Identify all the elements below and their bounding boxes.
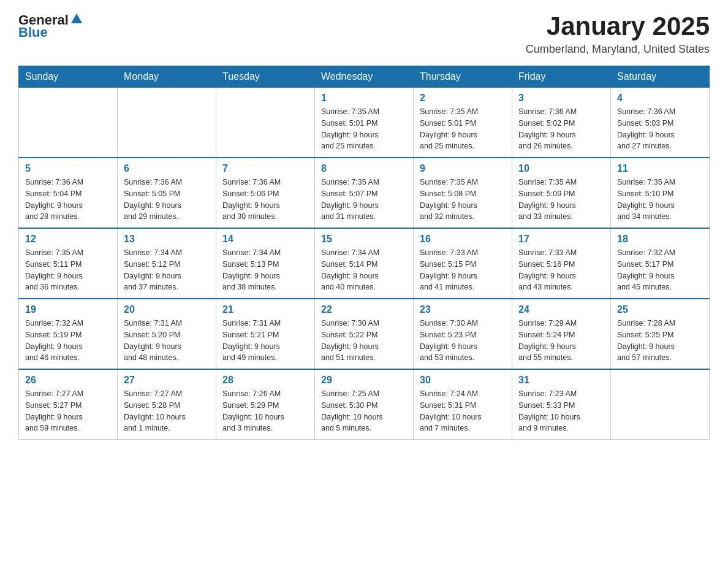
day-number: 19 (25, 304, 111, 315)
calendar-cell: 21Sunrise: 7:31 AMSunset: 5:21 PMDayligh… (216, 299, 315, 369)
calendar-cell: 12Sunrise: 7:35 AMSunset: 5:11 PMDayligh… (19, 228, 118, 299)
day-of-week-header: Monday (118, 66, 216, 88)
day-info: Sunrise: 7:36 AMSunset: 5:06 PMDaylight:… (222, 177, 308, 223)
day-number: 15 (321, 234, 407, 245)
day-info: Sunrise: 7:30 AMSunset: 5:23 PMDaylight:… (420, 318, 506, 364)
calendar-cell: 29Sunrise: 7:25 AMSunset: 5:30 PMDayligh… (315, 369, 414, 440)
day-of-week-header: Tuesday (216, 66, 315, 88)
day-info: Sunrise: 7:26 AMSunset: 5:29 PMDaylight:… (222, 388, 308, 434)
day-number: 1 (321, 93, 407, 104)
calendar-cell (19, 88, 118, 158)
day-number: 13 (124, 234, 210, 245)
day-info: Sunrise: 7:36 AMSunset: 5:05 PMDaylight:… (124, 177, 210, 223)
day-info: Sunrise: 7:32 AMSunset: 5:17 PMDaylight:… (617, 247, 703, 293)
calendar-cell: 16Sunrise: 7:33 AMSunset: 5:15 PMDayligh… (414, 228, 512, 299)
day-info: Sunrise: 7:35 AMSunset: 5:07 PMDaylight:… (321, 177, 407, 223)
day-number: 21 (222, 304, 308, 315)
day-info: Sunrise: 7:35 AMSunset: 5:11 PMDaylight:… (25, 247, 111, 293)
logo-blue-text: Blue (18, 25, 48, 40)
calendar-cell: 15Sunrise: 7:34 AMSunset: 5:14 PMDayligh… (315, 228, 414, 299)
calendar-cell: 10Sunrise: 7:35 AMSunset: 5:09 PMDayligh… (512, 158, 611, 228)
calendar-cell: 28Sunrise: 7:26 AMSunset: 5:29 PMDayligh… (216, 369, 315, 440)
calendar-cell: 25Sunrise: 7:28 AMSunset: 5:25 PMDayligh… (611, 299, 710, 369)
day-info: Sunrise: 7:23 AMSunset: 5:33 PMDaylight:… (518, 388, 604, 434)
day-number: 30 (420, 375, 506, 386)
calendar-week-row: 5Sunrise: 7:36 AMSunset: 5:04 PMDaylight… (19, 158, 710, 228)
day-info: Sunrise: 7:34 AMSunset: 5:14 PMDaylight:… (321, 247, 407, 293)
calendar-cell: 7Sunrise: 7:36 AMSunset: 5:06 PMDaylight… (216, 158, 315, 228)
day-number: 16 (420, 234, 506, 245)
day-info: Sunrise: 7:34 AMSunset: 5:12 PMDaylight:… (124, 247, 210, 293)
calendar-cell: 6Sunrise: 7:36 AMSunset: 5:05 PMDaylight… (118, 158, 216, 228)
calendar-cell: 9Sunrise: 7:35 AMSunset: 5:08 PMDaylight… (414, 158, 512, 228)
day-number: 11 (617, 163, 703, 174)
day-number: 22 (321, 304, 407, 315)
calendar-week-row: 12Sunrise: 7:35 AMSunset: 5:11 PMDayligh… (19, 228, 710, 299)
calendar-cell: 2Sunrise: 7:35 AMSunset: 5:01 PMDaylight… (414, 88, 512, 158)
day-number: 25 (617, 304, 703, 315)
calendar-cell: 1Sunrise: 7:35 AMSunset: 5:01 PMDaylight… (315, 88, 414, 158)
day-number: 10 (518, 163, 604, 174)
day-number: 23 (420, 304, 506, 315)
day-of-week-header: Sunday (19, 66, 118, 88)
calendar-cell: 20Sunrise: 7:31 AMSunset: 5:20 PMDayligh… (118, 299, 216, 369)
calendar-cell: 23Sunrise: 7:30 AMSunset: 5:23 PMDayligh… (414, 299, 512, 369)
day-info: Sunrise: 7:24 AMSunset: 5:31 PMDaylight:… (420, 388, 506, 434)
day-info: Sunrise: 7:35 AMSunset: 5:08 PMDaylight:… (420, 177, 506, 223)
location-title: Cumberland, Maryland, United States (526, 43, 710, 56)
day-number: 5 (25, 163, 111, 174)
calendar-cell: 24Sunrise: 7:29 AMSunset: 5:24 PMDayligh… (512, 299, 611, 369)
calendar-week-row: 19Sunrise: 7:32 AMSunset: 5:19 PMDayligh… (19, 299, 710, 369)
day-info: Sunrise: 7:31 AMSunset: 5:20 PMDaylight:… (124, 318, 210, 364)
page-header: General Blue January 2025 Cumberland, Ma… (18, 12, 710, 56)
day-number: 7 (222, 163, 308, 174)
calendar-cell: 22Sunrise: 7:30 AMSunset: 5:22 PMDayligh… (315, 299, 414, 369)
calendar-header-row: SundayMondayTuesdayWednesdayThursdayFrid… (19, 66, 710, 88)
day-number: 18 (617, 234, 703, 245)
day-of-week-header: Thursday (414, 66, 512, 88)
logo-triangle-icon (70, 12, 83, 26)
day-info: Sunrise: 7:27 AMSunset: 5:27 PMDaylight:… (25, 388, 111, 434)
day-of-week-header: Friday (512, 66, 611, 88)
calendar-cell (216, 88, 315, 158)
day-number: 24 (518, 304, 604, 315)
calendar-cell: 19Sunrise: 7:32 AMSunset: 5:19 PMDayligh… (19, 299, 118, 369)
day-info: Sunrise: 7:25 AMSunset: 5:30 PMDaylight:… (321, 388, 407, 434)
day-info: Sunrise: 7:33 AMSunset: 5:16 PMDaylight:… (518, 247, 604, 293)
calendar-cell: 8Sunrise: 7:35 AMSunset: 5:07 PMDaylight… (315, 158, 414, 228)
day-number: 2 (420, 93, 506, 104)
day-number: 8 (321, 163, 407, 174)
day-info: Sunrise: 7:36 AMSunset: 5:02 PMDaylight:… (518, 106, 604, 152)
day-number: 31 (518, 375, 604, 386)
calendar-cell: 27Sunrise: 7:27 AMSunset: 5:28 PMDayligh… (118, 369, 216, 440)
day-info: Sunrise: 7:29 AMSunset: 5:24 PMDaylight:… (518, 318, 604, 364)
calendar-cell: 4Sunrise: 7:36 AMSunset: 5:03 PMDaylight… (611, 88, 710, 158)
calendar-table: SundayMondayTuesdayWednesdayThursdayFrid… (18, 66, 710, 440)
day-info: Sunrise: 7:27 AMSunset: 5:28 PMDaylight:… (124, 388, 210, 434)
day-number: 26 (25, 375, 111, 386)
day-info: Sunrise: 7:35 AMSunset: 5:10 PMDaylight:… (617, 177, 703, 223)
calendar-cell: 17Sunrise: 7:33 AMSunset: 5:16 PMDayligh… (512, 228, 611, 299)
calendar-cell: 30Sunrise: 7:24 AMSunset: 5:31 PMDayligh… (414, 369, 512, 440)
day-number: 6 (124, 163, 210, 174)
day-number: 4 (617, 93, 703, 104)
day-number: 9 (420, 163, 506, 174)
day-of-week-header: Saturday (611, 66, 710, 88)
calendar-cell: 13Sunrise: 7:34 AMSunset: 5:12 PMDayligh… (118, 228, 216, 299)
day-info: Sunrise: 7:35 AMSunset: 5:01 PMDaylight:… (420, 106, 506, 152)
day-number: 20 (124, 304, 210, 315)
day-info: Sunrise: 7:33 AMSunset: 5:15 PMDaylight:… (420, 247, 506, 293)
day-info: Sunrise: 7:32 AMSunset: 5:19 PMDaylight:… (25, 318, 111, 364)
day-info: Sunrise: 7:31 AMSunset: 5:21 PMDaylight:… (222, 318, 308, 364)
day-number: 28 (222, 375, 308, 386)
day-number: 14 (222, 234, 308, 245)
calendar-cell: 26Sunrise: 7:27 AMSunset: 5:27 PMDayligh… (19, 369, 118, 440)
title-area: January 2025 Cumberland, Maryland, Unite… (526, 12, 710, 56)
day-number: 3 (518, 93, 604, 104)
day-number: 17 (518, 234, 604, 245)
day-of-week-header: Wednesday (315, 66, 414, 88)
calendar-cell: 18Sunrise: 7:32 AMSunset: 5:17 PMDayligh… (611, 228, 710, 299)
calendar-cell: 31Sunrise: 7:23 AMSunset: 5:33 PMDayligh… (512, 369, 611, 440)
day-number: 12 (25, 234, 111, 245)
calendar-week-row: 1Sunrise: 7:35 AMSunset: 5:01 PMDaylight… (19, 88, 710, 158)
